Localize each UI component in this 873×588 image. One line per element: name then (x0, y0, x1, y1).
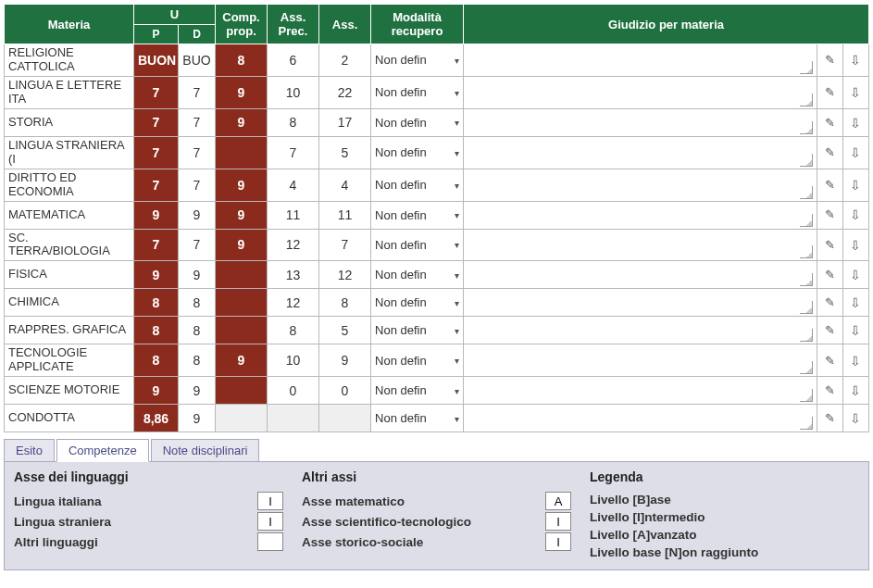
down-icon[interactable] (848, 207, 863, 222)
p-cell[interactable]: 7 (134, 229, 179, 261)
d-cell[interactable]: 8 (179, 344, 216, 377)
note-icon[interactable] (800, 154, 813, 167)
note-icon[interactable] (800, 301, 813, 314)
d-cell[interactable]: 9 (179, 405, 216, 432)
d-cell[interactable]: 7 (179, 169, 216, 201)
comp-cell[interactable] (216, 136, 268, 169)
note-icon[interactable] (800, 389, 813, 402)
giudizio-cell[interactable] (464, 169, 817, 201)
note-icon[interactable] (800, 361, 813, 374)
p-cell[interactable]: 7 (134, 76, 179, 108)
giudizio-cell[interactable] (464, 76, 817, 108)
edit-icon[interactable] (822, 295, 837, 310)
giudizio-cell[interactable] (464, 108, 817, 136)
modalita-select[interactable]: Non defin (371, 201, 464, 229)
d-cell[interactable]: 7 (179, 136, 216, 169)
d-cell[interactable]: 9 (179, 377, 216, 405)
modalita-select[interactable]: Non defin (371, 44, 464, 77)
p-cell[interactable]: 7 (134, 136, 179, 169)
down-icon[interactable] (848, 383, 863, 398)
competenza-input[interactable] (545, 512, 571, 531)
d-cell[interactable]: 7 (179, 76, 216, 108)
edit-icon[interactable] (822, 116, 837, 131)
modalita-select[interactable]: Non defin (371, 108, 464, 136)
modalita-select[interactable]: Non defin (371, 317, 464, 344)
competenza-input[interactable] (257, 512, 283, 531)
comp-cell[interactable] (216, 289, 268, 317)
edit-icon[interactable] (822, 207, 837, 222)
d-cell[interactable]: 9 (179, 201, 216, 229)
d-cell[interactable]: 7 (179, 108, 216, 136)
tab-esito[interactable]: Esito (4, 439, 55, 462)
comp-cell[interactable]: 9 (216, 344, 268, 377)
p-cell[interactable]: 9 (134, 201, 179, 229)
edit-icon[interactable] (822, 145, 837, 160)
giudizio-cell[interactable] (464, 377, 817, 405)
comp-cell[interactable]: 9 (216, 169, 268, 201)
note-icon[interactable] (800, 214, 813, 227)
p-cell[interactable]: 7 (134, 169, 179, 201)
giudizio-cell[interactable] (464, 344, 817, 377)
edit-icon[interactable] (822, 238, 837, 253)
modalita-select[interactable]: Non defin (371, 377, 464, 405)
giudizio-cell[interactable] (464, 289, 817, 317)
down-icon[interactable] (848, 268, 863, 282)
note-icon[interactable] (800, 121, 813, 134)
giudizio-cell[interactable] (464, 405, 817, 432)
note-icon[interactable] (800, 417, 813, 430)
edit-icon[interactable] (822, 53, 837, 68)
down-icon[interactable] (848, 295, 863, 310)
note-icon[interactable] (800, 329, 813, 342)
comp-cell[interactable]: 8 (216, 44, 268, 77)
p-cell[interactable]: 9 (134, 261, 179, 289)
tab-note-disciplinari[interactable]: Note disciplinari (151, 439, 260, 462)
modalita-select[interactable]: Non defin (371, 289, 464, 317)
giudizio-cell[interactable] (464, 229, 817, 261)
comp-cell[interactable]: 9 (216, 76, 268, 108)
competenza-input[interactable] (545, 492, 571, 510)
d-cell[interactable]: 8 (179, 289, 216, 317)
comp-cell[interactable] (216, 261, 268, 289)
giudizio-cell[interactable] (464, 136, 817, 169)
edit-icon[interactable] (822, 323, 837, 338)
giudizio-cell[interactable] (464, 44, 817, 77)
modalita-select[interactable]: Non defin (371, 405, 464, 432)
p-cell[interactable]: 8 (134, 344, 179, 377)
edit-icon[interactable] (822, 383, 837, 398)
giudizio-cell[interactable] (464, 317, 817, 344)
competenza-input[interactable] (257, 532, 283, 551)
d-cell[interactable]: 8 (179, 317, 216, 344)
down-icon[interactable] (848, 323, 863, 338)
p-cell[interactable]: 8 (134, 317, 179, 344)
note-icon[interactable] (800, 94, 813, 106)
tab-competenze[interactable]: Competenze (56, 439, 149, 462)
comp-cell[interactable]: 9 (216, 108, 268, 136)
giudizio-cell[interactable] (464, 261, 817, 289)
giudizio-cell[interactable] (464, 201, 817, 229)
competenza-input[interactable] (545, 532, 571, 551)
p-cell[interactable]: BUON (134, 44, 179, 77)
note-icon[interactable] (800, 245, 813, 258)
comp-cell[interactable] (216, 405, 268, 432)
edit-icon[interactable] (822, 85, 837, 100)
modalita-select[interactable]: Non defin (371, 344, 464, 377)
comp-cell[interactable] (216, 377, 268, 405)
note-icon[interactable] (800, 186, 813, 199)
down-icon[interactable] (848, 238, 863, 253)
down-icon[interactable] (848, 53, 863, 68)
edit-icon[interactable] (822, 178, 837, 193)
comp-cell[interactable]: 9 (216, 229, 268, 261)
d-cell[interactable]: 7 (179, 229, 216, 261)
modalita-select[interactable]: Non defin (371, 76, 464, 108)
down-icon[interactable] (848, 178, 863, 193)
d-cell[interactable]: BUO (179, 44, 216, 77)
p-cell[interactable]: 9 (134, 377, 179, 405)
note-icon[interactable] (800, 273, 813, 286)
p-cell[interactable]: 8,86 (134, 405, 179, 432)
p-cell[interactable]: 7 (134, 108, 179, 136)
modalita-select[interactable]: Non defin (371, 229, 464, 261)
edit-icon[interactable] (822, 268, 837, 282)
comp-cell[interactable] (216, 317, 268, 344)
modalita-select[interactable]: Non defin (371, 136, 464, 169)
down-icon[interactable] (848, 116, 863, 131)
